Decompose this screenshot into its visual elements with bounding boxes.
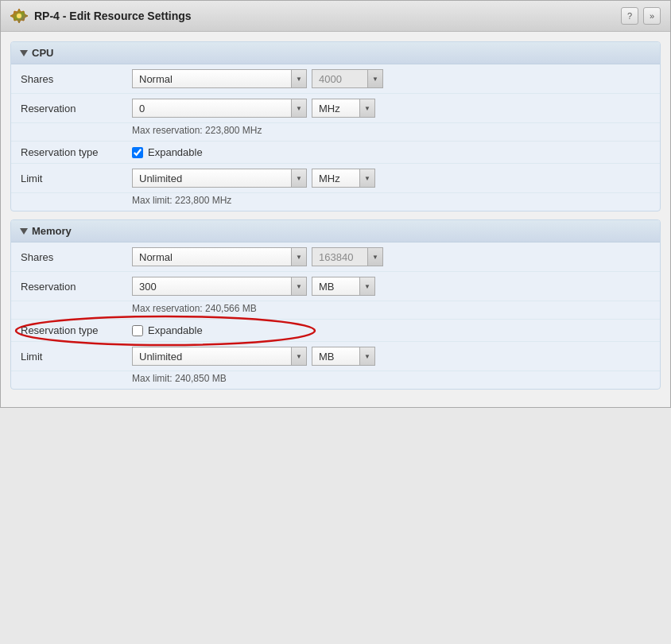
memory-shares-row: Shares Normal 163840 — [11, 242, 660, 272]
memory-reservation-unit: MB — [312, 277, 359, 296]
cpu-limit-label: Limit — [11, 164, 122, 193]
memory-reservation-select-wrapper: 300 — [132, 277, 307, 296]
memory-limit-row: Limit Unlimited MB — [11, 342, 660, 371]
memory-shares-value: Normal — [132, 247, 291, 266]
cpu-limit-unit: MHz — [312, 169, 359, 188]
memory-limit-hint-row: Max limit: 240,850 MB — [11, 371, 660, 390]
cpu-limit-unit-wrapper: MHz — [312, 169, 375, 188]
memory-shares-dropdown[interactable] — [291, 247, 307, 266]
memory-shares-readonly: 163840 — [312, 247, 367, 266]
cpu-reservation-hint-row: Max reservation: 223,800 MHz — [11, 123, 660, 142]
cpu-expandable-text: Expandable — [148, 146, 203, 158]
cpu-reservation-type-control: Expandable — [122, 142, 660, 164]
memory-reservation-row: Reservation 300 MB — [11, 272, 660, 301]
cpu-reservation-value: 0 — [132, 99, 291, 118]
help-button[interactable]: ? — [621, 7, 638, 25]
cpu-reservation-control: 0 MHz — [122, 94, 660, 123]
memory-limit-unit-wrapper: MB — [312, 347, 375, 366]
cpu-limit-hint: Max limit: 223,800 MHz — [122, 193, 660, 211]
cpu-limit-value: Unlimited — [132, 169, 291, 188]
cpu-limit-select-wrapper: Unlimited — [132, 169, 307, 188]
memory-reservation-type-label: Reservation type — [11, 320, 122, 342]
memory-expandable-label[interactable]: Expandable — [132, 324, 650, 336]
cpu-section-title: CPU — [32, 47, 53, 59]
cpu-reservation-type-label: Reservation type — [11, 142, 122, 164]
memory-shares-control: Normal 163840 — [122, 242, 660, 272]
cpu-shares-select-wrapper: Normal — [132, 69, 307, 88]
memory-form-table: Shares Normal 163840 — [11, 242, 660, 389]
memory-limit-control: Unlimited MB — [122, 342, 660, 371]
memory-shares-select-wrapper: Normal — [132, 247, 307, 266]
memory-reservation-dropdown[interactable] — [291, 277, 307, 296]
memory-section: Memory Shares Normal 163840 — [10, 219, 661, 390]
memory-reservation-value: 300 — [132, 277, 291, 296]
cpu-reservation-select-wrapper: 0 — [132, 99, 307, 118]
window-title: RP-4 - Edit Resource Settings — [34, 10, 192, 22]
memory-reservation-label: Reservation — [11, 272, 122, 301]
cpu-reservation-row: Reservation 0 MHz — [11, 94, 660, 123]
memory-reservation-unit-dropdown[interactable] — [359, 277, 375, 296]
cpu-limit-control: Unlimited MHz — [122, 164, 660, 193]
cpu-reservation-unit-wrapper: MHz — [312, 99, 375, 118]
cpu-shares-dropdown[interactable] — [291, 69, 307, 88]
cpu-reservation-hint: Max reservation: 223,800 MHz — [122, 123, 660, 142]
memory-section-title: Memory — [32, 225, 72, 237]
memory-limit-unit-dropdown[interactable] — [359, 347, 375, 366]
cpu-collapse-icon — [20, 50, 28, 56]
cpu-limit-dropdown[interactable] — [291, 169, 307, 188]
cpu-section: CPU Shares Normal 4000 — [10, 41, 661, 211]
memory-expandable-checkbox[interactable] — [132, 325, 143, 336]
forward-button[interactable]: » — [643, 7, 661, 25]
cpu-shares-row: Shares Normal 4000 — [11, 64, 660, 94]
cpu-section-header[interactable]: CPU — [11, 42, 660, 64]
memory-reservation-type-control: Expandable — [122, 320, 660, 342]
memory-reservation-type-row: Reservation type Expandable — [11, 320, 660, 342]
window: RP-4 - Edit Resource Settings ? » CPU Sh… — [0, 0, 671, 408]
memory-reservation-hint-row: Max reservation: 240,566 MB — [11, 301, 660, 320]
memory-reservation-unit-wrapper: MB — [312, 277, 375, 296]
cpu-reservation-unit-dropdown[interactable] — [359, 99, 375, 118]
memory-reservation-control: 300 MB — [122, 272, 660, 301]
cpu-shares-readonly-wrapper: 4000 — [312, 69, 383, 88]
memory-limit-value: Unlimited — [132, 347, 291, 366]
cpu-shares-value: Normal — [132, 69, 291, 88]
cpu-limit-row: Limit Unlimited MHz — [11, 164, 660, 193]
cpu-shares-control: Normal 4000 — [122, 64, 660, 94]
cpu-expandable-label[interactable]: Expandable — [132, 146, 650, 158]
memory-limit-dropdown[interactable] — [291, 347, 307, 366]
titlebar-left: RP-4 - Edit Resource Settings — [10, 7, 192, 25]
memory-expandable-text: Expandable — [148, 324, 203, 336]
titlebar: RP-4 - Edit Resource Settings ? » — [1, 1, 670, 32]
settings-icon — [10, 7, 28, 25]
svg-point-3 — [17, 14, 21, 18]
cpu-expandable-checkbox[interactable] — [132, 147, 143, 158]
memory-limit-select-wrapper: Unlimited — [132, 347, 307, 366]
cpu-shares-readonly-dropdown[interactable] — [367, 69, 383, 88]
cpu-form-table: Shares Normal 4000 — [11, 64, 660, 211]
memory-limit-hint: Max limit: 240,850 MB — [122, 371, 660, 390]
cpu-reservation-label: Reservation — [11, 94, 122, 123]
memory-section-header[interactable]: Memory — [11, 220, 660, 242]
cpu-shares-readonly: 4000 — [312, 69, 367, 88]
cpu-limit-hint-row: Max limit: 223,800 MHz — [11, 193, 660, 211]
cpu-reservation-dropdown[interactable] — [291, 99, 307, 118]
memory-shares-readonly-wrapper: 163840 — [312, 247, 383, 266]
cpu-shares-label: Shares — [11, 64, 122, 94]
cpu-limit-unit-dropdown[interactable] — [359, 169, 375, 188]
cpu-reservation-type-row: Reservation type Expandable — [11, 142, 660, 164]
memory-shares-readonly-dropdown[interactable] — [367, 247, 383, 266]
cpu-reservation-unit: MHz — [312, 99, 359, 118]
memory-collapse-icon — [20, 228, 28, 235]
titlebar-buttons: ? » — [621, 7, 661, 25]
memory-reservation-hint: Max reservation: 240,566 MB — [122, 301, 660, 320]
memory-shares-label: Shares — [11, 242, 122, 272]
main-content: CPU Shares Normal 4000 — [1, 32, 670, 407]
memory-limit-label: Limit — [11, 342, 122, 371]
memory-limit-unit: MB — [312, 347, 359, 366]
